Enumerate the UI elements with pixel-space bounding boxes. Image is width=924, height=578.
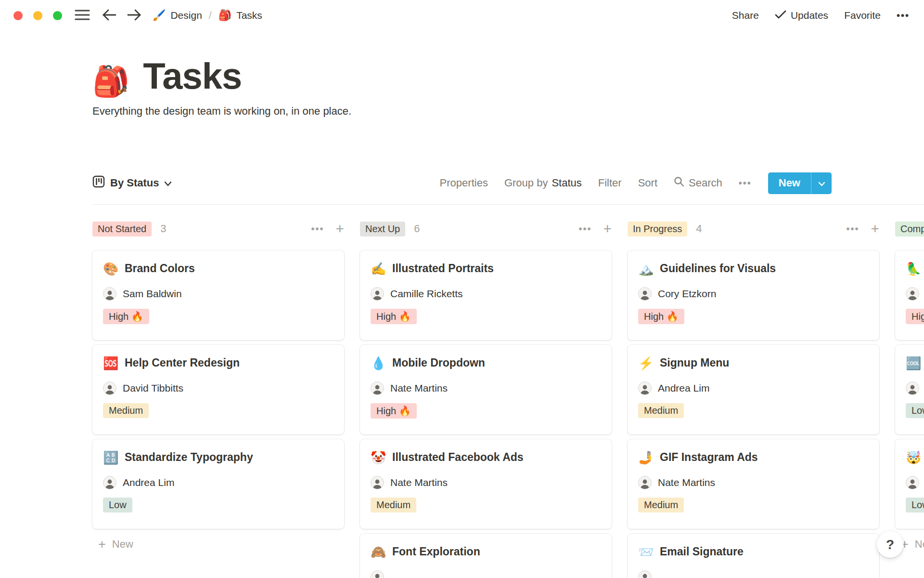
chevron-down-icon [818,177,825,189]
card-title: Illustrated Facebook Ads [392,451,524,464]
avatar [103,476,116,489]
window-controls [13,11,62,20]
card-title: Guidelines for Visuals [660,262,776,275]
view-more-button[interactable]: ••• [739,178,752,189]
toolbar-divider [92,204,924,205]
exploding-head-icon: 🤯 [906,451,920,464]
avatar [371,476,384,489]
add-card-label: New [915,538,924,551]
column-more-button[interactable]: ••• [578,223,591,235]
column-more-button[interactable]: ••• [311,223,324,235]
cool-icon: 🆒 [906,357,920,369]
column-more-button[interactable]: ••• [846,223,859,235]
filter-button[interactable]: Filter [598,177,622,189]
column-status-badge[interactable]: Not Started [92,222,152,236]
board-column-completed: Completed ••• + 🦜 U C High 🔥 [895,221,924,578]
new-dropdown-button[interactable] [811,172,832,194]
task-card[interactable]: 🎨 Brand Colors Sam Baldwin High 🔥 [92,250,344,340]
task-card[interactable]: 🤡 Illustrated Facebook Ads Nate Martins … [360,439,612,529]
task-card[interactable]: 🦜 U C High 🔥 [895,250,924,340]
palette-icon: 🎨 [103,263,117,275]
assignee-name: Nate Martins [658,477,715,488]
avatar [638,570,652,578]
breadcrumb-separator: / [209,10,212,21]
priority-badge: High 🔥 [103,309,149,324]
clown-icon: 🤡 [371,451,385,464]
column-add-button[interactable]: + [603,222,612,236]
card-title: Help Center Redesign [125,356,240,369]
column-add-button[interactable]: + [871,222,879,236]
avatar [638,287,652,301]
close-window-button[interactable] [13,11,23,20]
add-card-label: New [112,538,133,551]
task-card[interactable]: 🙈 Font Exploration [360,534,612,578]
task-card[interactable]: 💧 Mobile Dropdown Nate Martins High 🔥 [360,345,612,434]
avatar [103,381,116,395]
avatar [371,381,384,395]
help-button[interactable]: ? [877,531,903,558]
avatar [103,287,116,301]
task-card[interactable]: 🆘 Help Center Redesign David Tibbitts Me… [92,345,344,434]
back-button[interactable] [102,8,117,23]
assignee-name: Cory Etzkorn [658,288,716,300]
task-card[interactable]: 🆒 B A Low [895,345,924,434]
task-card[interactable]: 🤳 GIF Instagram Ads Nate Martins Medium [628,439,879,529]
sidebar-menu-button[interactable] [75,9,90,23]
column-status-badge[interactable]: Next Up [360,222,405,236]
board-view-icon [92,175,105,191]
selfie-icon: 🤳 [638,451,653,464]
zoom-window-button[interactable] [53,11,62,20]
column-add-button[interactable]: + [335,222,344,236]
plus-icon: + [98,538,106,551]
assignee-name: Andrea Lim [123,477,174,488]
column-count: 3 [160,223,166,235]
writing-hand-icon: ✍️ [371,263,385,275]
parrot-icon: 🦜 [906,263,920,275]
add-card-button[interactable]: + New [92,535,344,554]
breadcrumb-item-tasks[interactable]: 🎒 Tasks [218,10,262,21]
mountain-icon: 🏔️ [638,263,653,275]
assignee-name: Nate Martins [390,382,448,394]
hamburger-icon [75,9,90,23]
chevron-down-icon [164,177,172,189]
sort-button[interactable]: Sort [638,177,657,189]
avatar [638,476,652,489]
share-button[interactable]: Share [732,10,759,21]
arrow-right-icon [127,8,142,23]
priority-badge: High 🔥 [371,309,417,324]
sos-icon: 🆘 [103,357,117,369]
column-status-badge[interactable]: In Progress [628,222,687,236]
group-by-button[interactable]: Group by Status [504,177,582,189]
page-icon-backpack[interactable]: 🎒 [92,66,129,96]
breadcrumb: 🖌️ Design / 🎒 Tasks [153,10,262,21]
window-topbar: 🖌️ Design / 🎒 Tasks Share Updates Favori… [0,0,924,31]
checkmark-icon [775,10,786,22]
forward-button[interactable] [127,8,142,23]
page-title[interactable]: Tasks [143,56,242,96]
column-status-badge[interactable]: Completed [895,222,924,236]
avatar [906,476,919,489]
avatar [638,381,652,395]
assignee-name: Camille Ricketts [390,288,463,300]
task-card[interactable]: 🤯 H N Low [895,439,924,529]
task-card[interactable]: ⚡ Signup Menu Andrea Lim Medium [628,345,879,434]
assignee-name: David Tibbitts [123,382,183,394]
new-button[interactable]: New [768,172,811,194]
minimize-window-button[interactable] [33,11,42,20]
task-card[interactable]: 🔠 Standardize Typography Andrea Lim Low [92,439,344,529]
breadcrumb-label: Tasks [236,10,262,21]
board-column-not-started: Not Started 3 ••• + 🎨 Brand Colors Sam B… [92,221,344,578]
search-button[interactable]: Search [674,176,722,190]
priority-badge: Medium [371,498,416,512]
task-card[interactable]: 📨 Email Signature [628,534,879,578]
breadcrumb-item-design[interactable]: 🖌️ Design [153,10,202,21]
updates-button[interactable]: Updates [775,10,828,22]
new-button-group: New [768,172,832,194]
task-card[interactable]: 🏔️ Guidelines for Visuals Cory Etzkorn H… [628,250,879,340]
more-menu-button[interactable]: ••• [897,10,910,21]
view-switcher-by-status[interactable]: By Status [92,175,172,191]
properties-button[interactable]: Properties [440,177,488,189]
favorite-button[interactable]: Favorite [844,10,881,21]
page-description[interactable]: Everything the design team is working on… [92,105,351,118]
task-card[interactable]: ✍️ Illustrated Portraits Camille Rickett… [360,250,612,340]
